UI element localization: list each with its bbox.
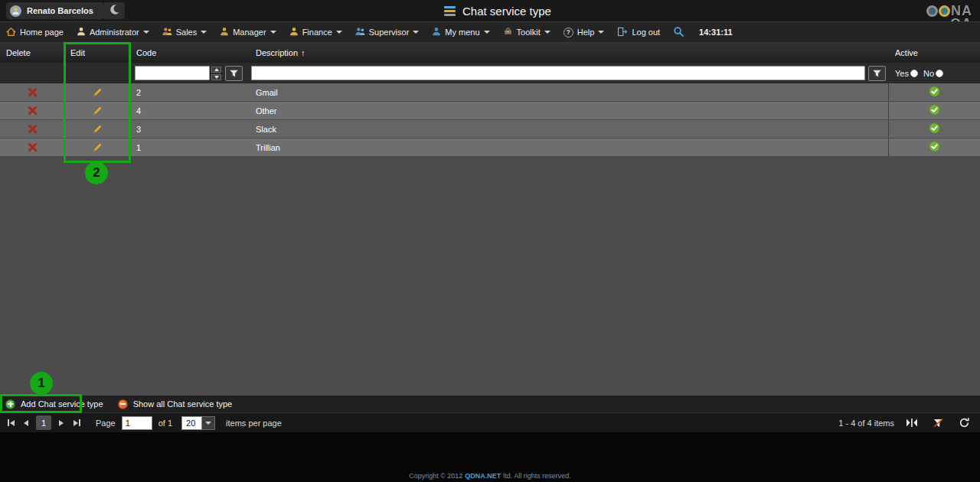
table-row[interactable]: 2 Gmail bbox=[0, 83, 980, 102]
table-row[interactable]: 1 Trillian bbox=[0, 138, 980, 157]
annotation-rect-add-button bbox=[0, 394, 82, 413]
fit-columns-button[interactable] bbox=[903, 415, 920, 431]
page-footer: Copyright © 2012QDNA.NETltd. All rights … bbox=[0, 432, 980, 482]
filter-cell-active: Yes No bbox=[889, 63, 980, 83]
next-page-button[interactable] bbox=[54, 416, 68, 430]
refresh-button[interactable] bbox=[956, 415, 972, 431]
delete-x-icon bbox=[28, 87, 38, 97]
menu-finance[interactable]: Finance bbox=[289, 27, 342, 37]
search-button[interactable] bbox=[673, 26, 684, 39]
column-header-code[interactable]: Code bbox=[130, 42, 250, 63]
active-check-icon bbox=[929, 141, 940, 154]
filter-cell-description bbox=[250, 63, 889, 83]
chevron-down-icon bbox=[143, 31, 149, 34]
column-header-description[interactable]: Description ↑ bbox=[250, 42, 889, 63]
house-icon bbox=[6, 27, 16, 38]
description-filter-input[interactable] bbox=[251, 66, 865, 80]
refresh-icon bbox=[959, 417, 970, 428]
delete-x-icon bbox=[28, 106, 38, 116]
active-check-icon bbox=[929, 122, 940, 135]
column-header-active[interactable]: Active bbox=[889, 42, 980, 63]
grid-body: 2 Gmail 4 Other 3 Slack 1 Trillian bbox=[0, 83, 980, 157]
active-no-label: No bbox=[923, 69, 934, 78]
sort-ascending-icon: ↑ bbox=[301, 48, 305, 57]
menu-label: Home page bbox=[20, 28, 64, 37]
menu-label: Sales bbox=[176, 28, 198, 37]
annotation-step-2: 2 bbox=[85, 161, 108, 184]
menu-help[interactable]: Help bbox=[564, 28, 605, 37]
menu-toolkit[interactable]: Toolkit bbox=[503, 27, 550, 37]
person-icon bbox=[77, 27, 86, 37]
person-icon bbox=[432, 27, 441, 37]
page-title: Chat service type bbox=[462, 5, 551, 18]
description-filter-button[interactable] bbox=[868, 66, 886, 81]
show-all-chat-service-type-button[interactable]: Show all Chat service type bbox=[113, 396, 242, 412]
filter-cell-code bbox=[130, 63, 250, 83]
theme-toggle-button[interactable] bbox=[103, 2, 125, 19]
clock-display: 14:31:11 bbox=[699, 28, 732, 37]
logo-dot-1 bbox=[926, 5, 938, 17]
column-header-delete[interactable]: Delete bbox=[0, 42, 64, 63]
logo-dot-2 bbox=[939, 5, 950, 17]
filter-cell-delete bbox=[0, 63, 64, 83]
active-check-icon bbox=[929, 104, 940, 117]
description-cell: Gmail bbox=[250, 83, 889, 101]
menu-label: Log out bbox=[632, 28, 660, 37]
annotation-rect-edit-column bbox=[64, 42, 131, 163]
top-bar: Renato Barcelos Chat service type NA QA bbox=[0, 0, 980, 21]
page-size-dropdown-button[interactable] bbox=[202, 416, 215, 430]
first-page-button[interactable] bbox=[4, 416, 18, 430]
menu-manager[interactable]: Manager bbox=[220, 27, 276, 37]
spinner-down-button[interactable] bbox=[211, 74, 221, 80]
table-row[interactable]: 3 Slack bbox=[0, 120, 980, 138]
brand-link[interactable]: QDNA.NET bbox=[465, 472, 501, 480]
current-page-button[interactable]: 1 bbox=[36, 415, 51, 430]
pagination-bar: 1 Page of 1 20 items per page 1 - 4 of 4… bbox=[0, 412, 980, 432]
code-cell: 2 bbox=[130, 83, 250, 101]
previous-page-button[interactable] bbox=[19, 416, 33, 430]
code-filter-input[interactable] bbox=[135, 66, 210, 80]
page-size-value: 20 bbox=[181, 416, 202, 430]
menu-label: Help bbox=[577, 28, 595, 37]
description-cell: Other bbox=[250, 102, 889, 119]
chevron-down-icon bbox=[598, 31, 604, 34]
menu-supervisor[interactable]: Supervisor bbox=[355, 27, 420, 37]
menu-my-menu[interactable]: My menu bbox=[432, 27, 489, 37]
grid-toolbar: Add Chat service type Show all Chat serv… bbox=[0, 396, 980, 412]
table-row[interactable]: 4 Other bbox=[0, 102, 980, 120]
page-size-select[interactable]: 20 bbox=[181, 416, 215, 430]
user-name: Renato Barcelos bbox=[27, 6, 93, 15]
funnel-slash-icon bbox=[933, 418, 944, 428]
items-range-label: 1 - 4 of 4 items bbox=[838, 418, 894, 428]
show-all-button-label: Show all Chat service type bbox=[133, 399, 233, 409]
code-filter-button[interactable] bbox=[225, 66, 243, 81]
menu-home-page[interactable]: Home page bbox=[6, 27, 64, 38]
menu-label: Supervisor bbox=[369, 28, 410, 37]
delete-button[interactable] bbox=[28, 87, 38, 97]
code-cell: 4 bbox=[130, 102, 250, 119]
menu-administrator[interactable]: Administrator bbox=[77, 27, 149, 37]
user-chip[interactable]: Renato Barcelos bbox=[6, 2, 104, 19]
delete-button[interactable] bbox=[28, 142, 38, 152]
page-label: Page bbox=[96, 418, 116, 428]
funnel-icon bbox=[872, 69, 882, 78]
description-cell: Slack bbox=[250, 120, 889, 138]
avatar bbox=[10, 5, 21, 17]
clear-filters-button[interactable] bbox=[929, 415, 946, 431]
code-spinner bbox=[211, 67, 221, 80]
delete-button[interactable] bbox=[28, 124, 38, 134]
funnel-icon bbox=[229, 69, 239, 78]
person-icon bbox=[289, 27, 299, 37]
menu-log-out[interactable]: Log out bbox=[617, 27, 660, 38]
active-no-radio[interactable] bbox=[936, 70, 943, 77]
active-yes-label: Yes bbox=[895, 69, 909, 78]
delete-button[interactable] bbox=[28, 106, 38, 116]
active-yes-radio[interactable] bbox=[910, 70, 918, 77]
last-page-button[interactable] bbox=[70, 416, 83, 430]
column-resize-icon bbox=[906, 418, 918, 428]
page-number-input[interactable] bbox=[122, 416, 152, 430]
menu-label: Finance bbox=[302, 28, 332, 37]
spinner-up-button[interactable] bbox=[211, 67, 221, 73]
person-icon bbox=[220, 27, 229, 37]
menu-sales[interactable]: Sales bbox=[162, 27, 207, 37]
